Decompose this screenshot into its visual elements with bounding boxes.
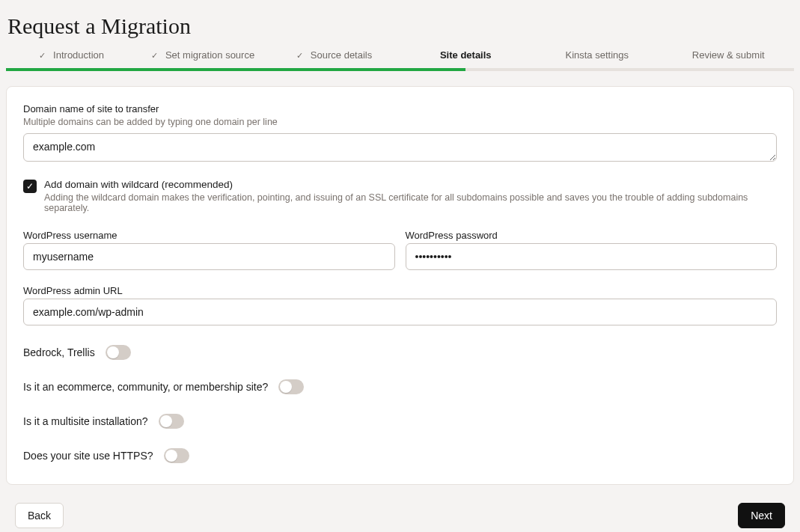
- step-site-details[interactable]: Site details: [400, 49, 532, 68]
- step-label: Introduction: [53, 49, 104, 61]
- step-label: Source details: [311, 49, 372, 61]
- wildcard-checkbox-row: ✓ Add domain with wildcard (recommended)…: [23, 179, 777, 213]
- wp-admin-url-label: WordPress admin URL: [23, 285, 777, 296]
- step-label: Kinsta settings: [565, 49, 629, 61]
- ecommerce-toggle-label: Is it an ecommerce, community, or member…: [23, 381, 268, 393]
- multisite-toggle[interactable]: [159, 414, 184, 429]
- page-title: Request a Migration: [7, 13, 800, 39]
- step-source-details[interactable]: ✓ Source details: [269, 49, 400, 68]
- bedrock-toggle[interactable]: [106, 345, 131, 360]
- wildcard-checkbox[interactable]: ✓: [23, 180, 37, 193]
- stepper: ✓ Introduction ✓ Set migration source ✓ …: [6, 49, 794, 68]
- check-icon: ✓: [39, 51, 46, 61]
- https-toggle[interactable]: [164, 448, 189, 463]
- check-icon: ✓: [296, 51, 303, 61]
- step-set-migration-source[interactable]: ✓ Set migration source: [138, 49, 269, 68]
- step-kinsta-settings[interactable]: Kinsta settings: [531, 49, 663, 68]
- step-review-submit[interactable]: Review & submit: [663, 49, 795, 68]
- domain-label: Domain name of site to transfer: [23, 103, 777, 114]
- check-icon: ✓: [151, 51, 158, 61]
- footer: Back Next: [6, 503, 794, 528]
- domain-sublabel: Multiple domains can be added by typing …: [23, 117, 777, 127]
- check-icon: ✓: [26, 181, 34, 192]
- wp-username-input[interactable]: [23, 243, 395, 270]
- ecommerce-toggle[interactable]: [278, 379, 304, 394]
- step-introduction[interactable]: ✓ Introduction: [6, 49, 138, 68]
- step-label: Site details: [440, 49, 492, 61]
- step-label: Set migration source: [165, 49, 254, 61]
- https-toggle-label: Does your site use HTTPS?: [23, 450, 153, 462]
- wp-admin-url-input[interactable]: [23, 299, 777, 325]
- stepper-progress: [6, 68, 794, 71]
- step-label: Review & submit: [692, 49, 765, 61]
- next-button[interactable]: Next: [738, 503, 785, 528]
- domain-input[interactable]: example.com: [23, 133, 777, 162]
- wildcard-help: Adding the wildcard domain makes the ver…: [44, 192, 777, 213]
- multisite-toggle-label: Is it a multisite installation?: [23, 415, 148, 427]
- wildcard-label: Add domain with wildcard (recommended): [44, 179, 777, 190]
- bedrock-toggle-label: Bedrock, Trellis: [23, 346, 95, 358]
- wp-password-label: WordPress password: [406, 230, 778, 241]
- site-details-card: Domain name of site to transfer Multiple…: [6, 86, 794, 485]
- back-button[interactable]: Back: [15, 503, 64, 528]
- wp-username-label: WordPress username: [23, 230, 395, 241]
- wp-password-input[interactable]: [406, 243, 778, 270]
